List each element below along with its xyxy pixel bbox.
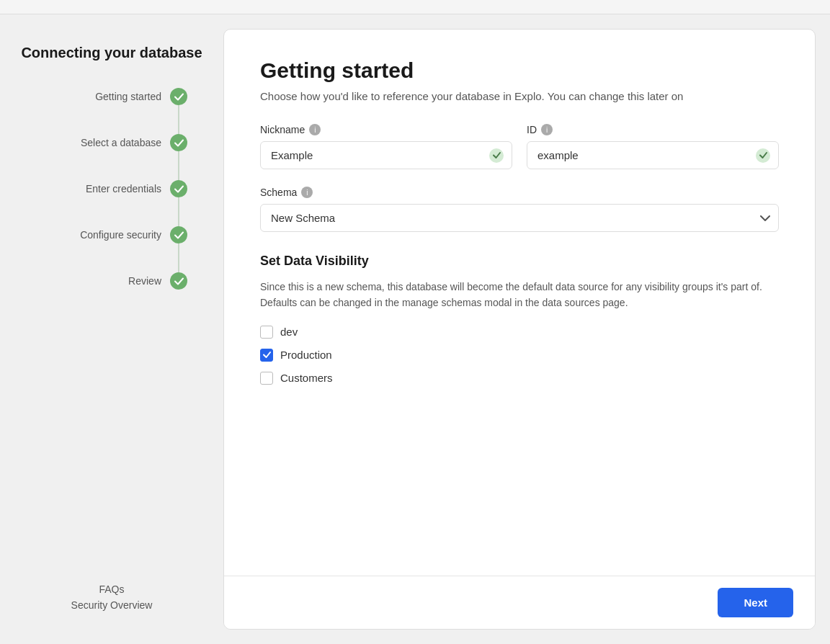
id-label: ID i <box>527 124 779 135</box>
nickname-input[interactable] <box>260 141 512 169</box>
schema-select[interactable]: New Schema Existing Schema <box>260 204 779 232</box>
main-card: Getting started Choose how you'd like to… <box>223 29 816 630</box>
schema-info-icon[interactable]: i <box>301 187 313 198</box>
checkbox-customers-box[interactable] <box>260 372 273 385</box>
step-connector-1 <box>178 105 179 134</box>
checkbox-production-label: Production <box>280 349 332 361</box>
checkbox-customers[interactable]: Customers <box>260 372 779 385</box>
step-label-1: Getting started <box>95 91 161 102</box>
nickname-group: Nickname i <box>260 124 512 169</box>
step-label-3: Enter credentials <box>86 183 161 194</box>
checkbox-dev-label: dev <box>280 326 298 338</box>
step-circle-5 <box>170 272 187 290</box>
faqs-link[interactable]: FAQs <box>71 583 153 595</box>
schema-group: Schema i New Schema Existing Schema <box>260 187 779 232</box>
checkbox-dev-box[interactable] <box>260 326 273 339</box>
id-input-wrapper <box>527 141 779 169</box>
step-connector-2 <box>178 151 179 180</box>
nickname-check-icon <box>489 148 504 163</box>
step-connector-3 <box>178 197 179 226</box>
nickname-label: Nickname i <box>260 124 512 135</box>
id-input[interactable] <box>527 141 779 169</box>
step-review: Review <box>14 272 187 290</box>
step-credentials: Enter credentials <box>14 180 187 197</box>
page-subtitle: Choose how you'd like to reference your … <box>260 90 779 102</box>
checkbox-group: dev Production Customers <box>260 326 779 385</box>
sidebar-title: Connecting your database <box>21 43 202 62</box>
top-bar <box>0 0 830 14</box>
step-circle-1 <box>170 88 187 105</box>
card-body: Getting started Choose how you'd like to… <box>224 30 815 576</box>
card-footer: Next <box>224 576 815 629</box>
step-select-db: Select a database <box>14 134 187 151</box>
nickname-id-row: Nickname i ID i <box>260 124 779 169</box>
page-title: Getting started <box>260 58 779 83</box>
step-circle-3 <box>170 180 187 197</box>
step-circle-4 <box>170 226 187 243</box>
id-check-icon <box>756 148 770 163</box>
step-security: Configure security <box>14 226 187 243</box>
main-container: Connecting your database Getting started… <box>0 14 830 644</box>
step-getting-started: Getting started <box>14 88 187 105</box>
checkbox-dev[interactable]: dev <box>260 326 779 339</box>
step-label-4: Configure security <box>80 229 161 241</box>
step-connector-4 <box>178 243 179 272</box>
schema-select-wrapper: New Schema Existing Schema <box>260 204 779 232</box>
visibility-description: Since this is a new schema, this databas… <box>260 279 779 311</box>
checkbox-customers-label: Customers <box>280 372 333 384</box>
schema-label: Schema i <box>260 187 779 198</box>
next-button[interactable]: Next <box>718 588 793 617</box>
nickname-input-wrapper <box>260 141 512 169</box>
checkbox-production-box[interactable] <box>260 349 273 362</box>
sidebar: Connecting your database Getting started… <box>0 14 223 644</box>
id-info-icon[interactable]: i <box>541 124 553 135</box>
security-link[interactable]: Security Overview <box>71 599 153 611</box>
checkbox-production[interactable]: Production <box>260 349 779 362</box>
step-circle-2 <box>170 134 187 151</box>
step-label-2: Select a database <box>81 137 161 148</box>
sidebar-footer: FAQs Security Overview <box>71 583 153 630</box>
steps: Getting started Select a database Enter … <box>14 88 209 318</box>
visibility-title: Set Data Visibility <box>260 254 779 269</box>
step-label-5: Review <box>128 275 161 287</box>
content-area: Getting started Choose how you'd like to… <box>223 14 830 644</box>
nickname-info-icon[interactable]: i <box>309 124 321 135</box>
id-group: ID i <box>527 124 779 169</box>
